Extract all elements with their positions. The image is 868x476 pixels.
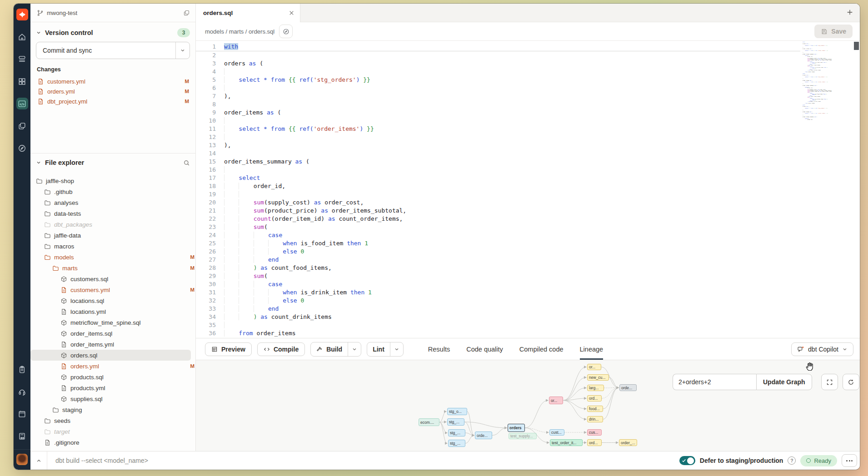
changed-file[interactable]: orders.ymlM xyxy=(36,86,190,96)
tree-item-target[interactable]: target xyxy=(30,426,195,437)
code-line[interactable]: 7), xyxy=(196,92,800,100)
code-line[interactable]: 28 ) as count_food_items, xyxy=(196,264,800,272)
code-line[interactable]: 27 end xyxy=(196,256,800,264)
code-line[interactable]: 4 xyxy=(196,68,800,76)
lineage-node-test_order_it[interactable]: test_order_it... xyxy=(550,439,583,446)
build-dropdown-chevron-icon[interactable] xyxy=(348,342,361,356)
new-tab-icon[interactable] xyxy=(846,9,853,16)
explore-compass-icon[interactable] xyxy=(16,142,28,154)
tree-item-products.yml[interactable]: products.yml xyxy=(30,382,195,393)
code-line[interactable]: 9order_items as ( xyxy=(196,109,800,117)
code-line[interactable]: 2 xyxy=(196,51,800,60)
code-editor[interactable]: 1with23orders as (4 5 select * from {{ r… xyxy=(196,40,860,338)
changed-file[interactable]: dbt_project.ymlM xyxy=(36,96,190,106)
tree-item-data-tests[interactable]: data-tests xyxy=(30,208,195,219)
ready-status-badge[interactable]: Ready xyxy=(800,455,837,466)
panel-tab-code-quality[interactable]: Code quality xyxy=(466,338,503,360)
expand-command-panel-button[interactable] xyxy=(30,451,47,470)
storefront-icon[interactable] xyxy=(16,430,28,442)
lineage-node-ord_y1[interactable]: ord... xyxy=(587,395,602,402)
update-graph-button[interactable]: Update Graph xyxy=(756,374,812,390)
code-line[interactable]: 30 case xyxy=(196,280,800,288)
tree-item-locations.yml[interactable]: locations.yml xyxy=(30,306,195,317)
code-line[interactable]: 8 xyxy=(196,100,800,109)
tree-item-staging[interactable]: staging xyxy=(30,404,195,415)
tree-item-products.sql[interactable]: products.sql xyxy=(30,372,195,382)
code-line[interactable]: 20 sum(supply_cost) as order_cost, xyxy=(196,198,800,207)
tree-item-.github[interactable]: .github xyxy=(30,186,195,197)
code-line[interactable]: 35 xyxy=(196,321,800,329)
code-line[interactable]: 19 xyxy=(196,190,800,198)
tree-item-metricflow-time-spine.sql[interactable]: metricflow_time_spine.sql xyxy=(30,317,195,328)
preview-button[interactable]: Preview xyxy=(205,342,252,356)
tree-item-macros[interactable]: macros xyxy=(30,241,195,252)
lineage-node-ord_y2[interactable]: ord... xyxy=(587,439,602,446)
tasks-clipboard-icon[interactable] xyxy=(16,363,28,375)
minimap[interactable]: withorders as ( select * from {{ ref('st… xyxy=(803,42,832,120)
lineage-node-orde_gray[interactable]: orde... xyxy=(619,384,637,391)
tree-item-order-items.yml[interactable]: order_items.yml xyxy=(30,339,195,350)
code-line[interactable]: 36 from order_items xyxy=(196,329,800,337)
build-button[interactable]: Build xyxy=(311,342,348,356)
refresh-button[interactable] xyxy=(843,374,859,390)
code-line[interactable]: 37 xyxy=(196,337,800,338)
tree-item-marts[interactable]: martsM xyxy=(30,263,195,273)
breadcrumb[interactable]: models / marts / orders.sql xyxy=(205,28,274,35)
tree-item-locations.sql[interactable]: locations.sql xyxy=(30,295,195,306)
open-lineage-compass-icon[interactable] xyxy=(279,25,293,38)
lint-dropdown-chevron-icon[interactable] xyxy=(390,342,403,356)
editor-scrollbar-thumb[interactable] xyxy=(854,42,859,50)
code-line[interactable]: 34 ) as count_drink_items xyxy=(196,313,800,321)
tree-item-jaffle-data[interactable]: jaffle-data xyxy=(30,230,195,241)
tree-item-orders.yml[interactable]: orders.ymlM xyxy=(30,361,195,372)
fullscreen-button[interactable] xyxy=(821,374,838,390)
commit-dropdown-chevron-icon[interactable] xyxy=(175,42,190,59)
apps-grid-icon[interactable] xyxy=(16,75,28,87)
lineage-node-y_or[interactable]: or... xyxy=(587,364,601,370)
lineage-node-larg[interactable]: larg... xyxy=(587,385,604,391)
lineage-selector-input[interactable]: 2+orders+2 xyxy=(673,374,756,390)
lineage-node-or_pink[interactable]: or... xyxy=(549,397,563,404)
branch-name[interactable]: mwong-test xyxy=(47,10,77,16)
code-line[interactable]: 33 end xyxy=(196,305,800,313)
tree-item-seeds[interactable]: seeds xyxy=(30,415,195,426)
tree-item-customers.sql[interactable]: customers.sql xyxy=(30,273,195,284)
panel-tab-compiled-code[interactable]: Compiled code xyxy=(519,338,564,360)
code-line[interactable]: 32 else 0 xyxy=(196,297,800,305)
code-line[interactable]: 3orders as ( xyxy=(196,60,800,68)
code-line[interactable]: 15order_items_summary as ( xyxy=(196,158,800,166)
lineage-node-cust[interactable]: cust... xyxy=(549,429,564,436)
docs-window-icon[interactable] xyxy=(16,408,28,420)
tree-item-dbt-packages[interactable]: dbt_packages xyxy=(30,219,195,230)
close-tab-icon[interactable] xyxy=(289,10,294,16)
code-line[interactable]: 22 count(order_item_id) as count_order_i… xyxy=(196,215,800,223)
code-line[interactable]: 21 sum(product_price) as order_items_sub… xyxy=(196,207,800,215)
lineage-node-test_supply[interactable]: test_supply... xyxy=(509,433,537,439)
code-line[interactable]: 31 when is_drink_item then 1 xyxy=(196,288,800,297)
code-line[interactable]: 11 select * from {{ ref('order_items') }… xyxy=(196,125,800,133)
support-headset-icon[interactable] xyxy=(16,386,28,397)
lineage-node-stg_1[interactable]: stg_... xyxy=(447,418,464,426)
lineage-node-drin[interactable]: drin... xyxy=(587,416,603,422)
tree-item-orders.sql[interactable]: orders.sql xyxy=(30,350,191,361)
defer-toggle[interactable] xyxy=(679,456,695,465)
tree-item-customers.yml[interactable]: customers.ymlM xyxy=(30,284,195,295)
code-line[interactable]: 18 order_id, xyxy=(196,182,800,190)
lineage-node-orde_mid[interactable]: orde... xyxy=(475,431,492,439)
tree-item-jaffle-shop[interactable]: jaffle-shop xyxy=(30,175,195,186)
code-line[interactable]: 17 select xyxy=(196,174,800,182)
code-line[interactable]: 23 sum( xyxy=(196,223,800,231)
command-input[interactable]: dbt build --select <model_name> xyxy=(47,457,148,464)
lineage-node-stg_3[interactable]: stg_... xyxy=(448,440,465,447)
lineage-node-cus_pink[interactable]: cus... xyxy=(587,429,602,436)
code-line[interactable]: 13), xyxy=(196,141,800,149)
develop-ide-icon[interactable] xyxy=(16,98,28,109)
dbt-logo-icon[interactable] xyxy=(16,9,28,20)
home-icon[interactable] xyxy=(16,31,28,43)
save-button[interactable]: Save xyxy=(814,25,853,38)
tab-orders-sql[interactable]: orders.sql xyxy=(196,4,300,22)
tree-item-analyses[interactable]: analyses xyxy=(30,197,195,208)
code-line[interactable]: 1with xyxy=(196,43,800,51)
projects-icon[interactable] xyxy=(16,120,28,132)
more-options-button[interactable] xyxy=(842,454,857,467)
